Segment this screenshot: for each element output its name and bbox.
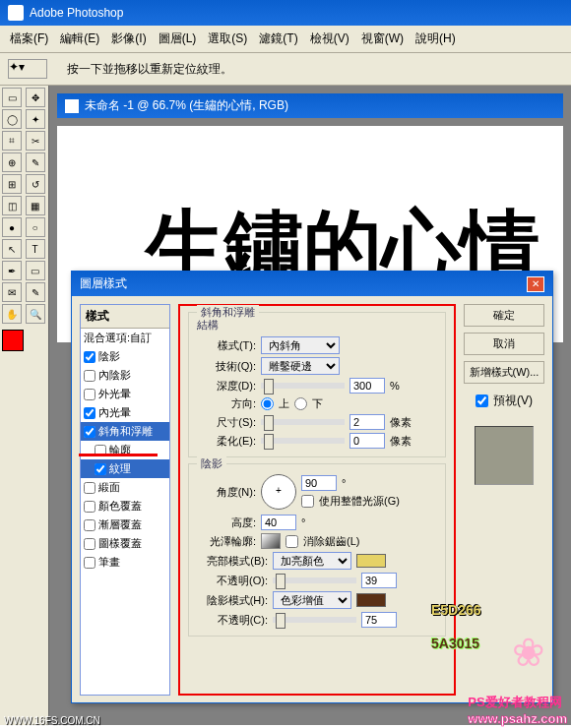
tool-lasso[interactable]: ◯ — [2, 109, 22, 129]
tool-stamp[interactable]: ⊞ — [2, 174, 22, 194]
style-stroke[interactable]: 筆畫 — [81, 553, 169, 572]
foreground-color[interactable] — [2, 330, 24, 351]
chk-grad-ov[interactable] — [84, 519, 95, 531]
tool-crop[interactable]: ⌗ — [2, 131, 22, 151]
style-drop-shadow[interactable]: 陰影 — [81, 347, 169, 366]
tool-slice[interactable]: ✂ — [26, 131, 45, 151]
preview-chk[interactable] — [476, 394, 488, 407]
menu-filter[interactable]: 濾鏡(T) — [255, 29, 301, 49]
chk-texture[interactable] — [95, 463, 106, 475]
tool-heal[interactable]: ⊕ — [2, 152, 22, 172]
dir-down-radio[interactable] — [294, 397, 307, 410]
tool-zoom[interactable]: 🔍 — [26, 304, 45, 324]
chk-inner-shadow[interactable] — [84, 370, 95, 382]
style-select[interactable]: 內斜角 — [261, 336, 340, 354]
highlight-opacity-input[interactable] — [361, 573, 397, 588]
antialias-chk[interactable] — [286, 535, 298, 548]
style-gradient-overlay[interactable]: 漸層覆蓋 — [81, 516, 169, 534]
shadow-opacity-slider[interactable] — [273, 617, 356, 623]
options-bar: ✦▾ 按一下並拖移以重新定位紋理。 — [0, 53, 571, 86]
style-pattern-overlay[interactable]: 圖樣覆蓋 — [81, 534, 169, 553]
depth-unit: % — [390, 380, 400, 392]
menu-view[interactable]: 檢視(V) — [306, 29, 353, 49]
menu-edit[interactable]: 編輯(E) — [56, 29, 103, 49]
document-titlebar: 未命名 -1 @ 66.7% (生鏽的心情, RGB) — [57, 93, 563, 118]
tool-pen[interactable]: ✒ — [2, 261, 22, 280]
menu-layer[interactable]: 圖層(L) — [155, 29, 201, 49]
dialog-titlebar[interactable]: 圖層樣式 ✕ — [72, 272, 552, 296]
chk-inner-glow[interactable] — [84, 407, 95, 419]
depth-input[interactable] — [349, 378, 385, 394]
menu-help[interactable]: 說明(H) — [412, 29, 460, 49]
tool-history[interactable]: ↺ — [26, 174, 45, 194]
altitude-input[interactable] — [261, 515, 296, 530]
chk-bevel[interactable] — [84, 426, 95, 438]
dir-up-radio[interactable] — [261, 397, 274, 410]
size-input[interactable] — [349, 414, 385, 430]
tool-brush[interactable]: ✎ — [26, 152, 45, 172]
chk-color-ov[interactable] — [84, 501, 95, 513]
highlight-mode-select[interactable]: 加亮顏色 — [273, 552, 351, 570]
tool-hand[interactable]: ✋ — [2, 304, 22, 324]
shadow-mode-select[interactable]: 色彩增值 — [273, 591, 351, 609]
tool-gradient[interactable]: ▦ — [26, 196, 45, 215]
angle-wheel[interactable] — [261, 474, 296, 510]
gloss-contour[interactable] — [261, 533, 281, 549]
style-inner-shadow[interactable]: 內陰影 — [81, 366, 169, 385]
chk-pat-ov[interactable] — [84, 538, 95, 550]
soften-slider[interactable] — [261, 438, 345, 444]
menu-image[interactable]: 影像(I) — [107, 29, 150, 49]
tool-blur[interactable]: ● — [2, 217, 22, 237]
chk-drop-shadow[interactable] — [84, 351, 95, 363]
technique-select[interactable]: 雕鑿硬邊 — [261, 357, 340, 375]
tool-preset[interactable]: ✦▾ — [8, 59, 47, 79]
options-hint: 按一下並拖移以重新定位紋理。 — [67, 61, 232, 78]
depth-slider[interactable] — [261, 383, 345, 389]
tool-notes[interactable]: ✉ — [2, 282, 22, 302]
tool-move[interactable]: ✥ — [26, 88, 45, 107]
highlight-color-swatch[interactable] — [356, 554, 386, 568]
close-icon[interactable]: ✕ — [527, 276, 544, 292]
style-color-overlay[interactable]: 顏色覆蓋 — [81, 497, 169, 516]
chk-outer-glow[interactable] — [84, 389, 95, 400]
new-style-button[interactable]: 新增樣式(W)... — [464, 361, 544, 384]
style-outer-glow[interactable]: 外光暈 — [81, 385, 169, 403]
style-satin[interactable]: 緞面 — [81, 478, 169, 497]
menu-window[interactable]: 視窗(W) — [357, 29, 408, 49]
technique-label: 技術(Q): — [197, 359, 256, 374]
styles-header[interactable]: 樣式 — [81, 305, 169, 329]
menu-file[interactable]: 檔案(F) — [6, 29, 52, 49]
style-label: 樣式(T): — [197, 338, 256, 353]
doc-icon — [65, 99, 79, 113]
style-bevel-emboss[interactable]: 斜角和浮雕 — [81, 422, 169, 441]
tool-marquee[interactable]: ▭ — [2, 88, 22, 107]
style-texture[interactable]: 紋理 — [81, 459, 169, 478]
tool-eraser[interactable]: ◫ — [2, 196, 22, 215]
app-title: Adobe Photoshop — [30, 6, 123, 20]
blend-options-row[interactable]: 混合選項:自訂 — [81, 329, 169, 347]
color-swatches[interactable] — [2, 330, 46, 351]
tool-dodge[interactable]: ○ — [26, 217, 45, 237]
tool-eyedrop[interactable]: ✎ — [26, 282, 45, 302]
shadow-color-swatch[interactable] — [356, 593, 386, 607]
highlight-opacity-slider[interactable] — [273, 577, 356, 583]
soften-input[interactable] — [349, 433, 385, 449]
angle-input[interactable] — [301, 475, 337, 491]
chk-satin[interactable] — [84, 482, 95, 494]
chk-stroke[interactable] — [84, 557, 95, 569]
global-light-chk[interactable] — [301, 495, 314, 508]
cancel-button[interactable]: 取消 — [464, 333, 544, 355]
ok-button[interactable]: 確定 — [464, 304, 544, 327]
style-contour[interactable]: 輪廓 — [81, 441, 169, 459]
shadow-opacity-input[interactable] — [361, 612, 397, 628]
tool-type[interactable]: T — [26, 239, 45, 259]
app-titlebar: Adobe Photoshop — [0, 0, 571, 26]
tool-wand[interactable]: ✦ — [26, 109, 45, 129]
tool-path[interactable]: ↖ — [2, 239, 22, 259]
tool-shape[interactable]: ▭ — [26, 261, 45, 280]
style-inner-glow[interactable]: 內光暈 — [81, 403, 169, 422]
menu-select[interactable]: 選取(S) — [204, 29, 251, 49]
settings-panel: 斜角和浮雕 結構 樣式(T): 內斜角 技術(Q): 雕鑿硬邊 深度(D): % — [178, 304, 456, 696]
section-title-bevel: 斜角和浮雕 — [197, 305, 259, 320]
size-slider[interactable] — [261, 419, 345, 425]
